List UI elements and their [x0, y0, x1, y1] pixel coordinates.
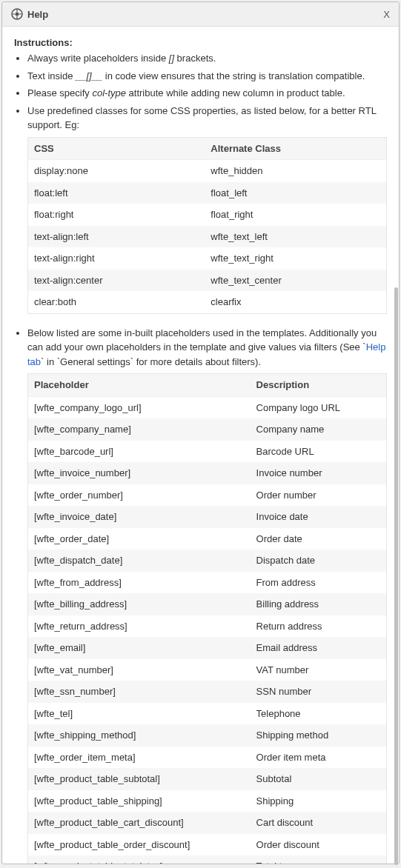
placeholder-cell: [wfte_order_item_meta]	[28, 747, 251, 769]
placeholder-cell: [wfte_tel]	[28, 703, 251, 725]
description-cell: Order discount	[251, 834, 387, 856]
em: __[]__	[76, 70, 102, 81]
em: col-type	[92, 87, 126, 99]
instruction-item: Always write placeholders inside [] brac…	[27, 51, 387, 66]
table-row: [wfte_shipping_method]Shipping method	[28, 724, 387, 747]
alt-class-cell: clearfix	[205, 291, 386, 313]
col-header-description: Description	[251, 374, 387, 397]
description-cell: Order item meta	[251, 747, 387, 769]
table-row: [wfte_dispatch_date]Dispatch date	[28, 550, 387, 572]
placeholder-cell: [wfte_product_table_order_discount]	[28, 834, 251, 856]
em: []	[169, 53, 174, 64]
table-row: [wfte_product_table_cart_discount]Cart d…	[28, 812, 387, 834]
description-cell: Barcode URL	[251, 441, 387, 463]
dialog-content: Instructions: Always write placeholders …	[2, 27, 399, 864]
description-cell: Cart discount	[251, 812, 387, 834]
table-row: float:leftfloat_left	[28, 182, 387, 204]
placeholder-cell: [wfte_product_table_total_tax]	[28, 855, 251, 864]
css-cell: text-align:center	[28, 270, 205, 292]
text: Use predefined classes for some CSS prop…	[27, 105, 376, 131]
description-cell: Invoice date	[251, 506, 387, 528]
table-row: [wfte_order_date]Order date	[28, 528, 387, 550]
description-cell: Email address	[251, 637, 387, 659]
placeholders-section: Below listed are some in-built placehold…	[14, 326, 387, 864]
close-button[interactable]: X	[383, 9, 390, 20]
text: brackets.	[174, 53, 216, 64]
table-row: [wfte_from_address]From address	[28, 572, 387, 594]
table-row: [wfte_product_table_shipping]Shipping	[28, 790, 387, 812]
css-cell: float:left	[28, 182, 205, 204]
table-row: [wfte_vat_number]VAT number	[28, 659, 387, 681]
table-row: [wfte_order_number]Order number	[28, 484, 387, 507]
placeholder-cell: [wfte_product_table_shipping]	[28, 790, 251, 812]
table-row: [wfte_product_table_subtotal]Subtotal	[28, 768, 387, 790]
instructions-list: Always write placeholders inside [] brac…	[14, 51, 387, 314]
css-cell: text-align:left	[28, 226, 205, 248]
placeholder-cell: [wfte_email]	[28, 637, 251, 659]
text: attribute while adding new column in pro…	[126, 87, 345, 99]
table-row: [wfte_return_address]Return address	[28, 615, 387, 638]
description-cell: Order number	[251, 484, 387, 507]
text: Below listed are some in-built placehold…	[27, 327, 377, 353]
table-row: text-align:rightwfte_text_right	[28, 247, 387, 270]
help-icon	[11, 8, 23, 20]
placeholder-cell: [wfte_company_logo_url]	[28, 396, 251, 418]
placeholder-cell: [wfte_dispatch_date]	[28, 550, 251, 572]
css-classes-table: CSS Alternate Class display:nonewfte_hid…	[27, 137, 387, 314]
instructions-heading: Instructions:	[14, 37, 387, 48]
table-row: [wfte_billing_address]Billing address	[28, 593, 387, 615]
table-header-row: CSS Alternate Class	[28, 137, 387, 160]
table-row: [wfte_invoice_date]Invoice date	[28, 506, 387, 528]
table-row: [wfte_order_item_meta]Order item meta	[28, 747, 387, 769]
css-cell: float:right	[28, 204, 205, 226]
placeholder-cell: [wfte_from_address]	[28, 572, 251, 594]
table-row: [wfte_tel]Telephone	[28, 703, 387, 725]
placeholder-cell: [wfte_invoice_number]	[28, 462, 251, 484]
alt-class-cell: wfte_text_right	[205, 247, 386, 270]
description-cell: Total tax	[251, 855, 387, 864]
table-row: [wfte_product_table_total_tax]Total tax	[28, 855, 387, 864]
table-row: text-align:centerwfte_text_center	[28, 270, 387, 292]
placeholder-cell: [wfte_product_table_subtotal]	[28, 768, 251, 790]
description-cell: Telephone	[251, 703, 387, 725]
table-row: [wfte_ssn_number]SSN number	[28, 681, 387, 703]
placeholder-cell: [wfte_order_number]	[28, 484, 251, 507]
description-cell: Billing address	[251, 593, 387, 615]
table-row: display:nonewfte_hidden	[28, 160, 387, 182]
placeholder-cell: [wfte_vat_number]	[28, 659, 251, 681]
placeholders-table: Placeholder Description [wfte_company_lo…	[27, 373, 387, 864]
table-row: float:rightfloat_right	[28, 204, 387, 226]
placeholder-cell: [wfte_product_table_cart_discount]	[28, 812, 251, 834]
table-row: [wfte_invoice_number]Invoice number	[28, 462, 387, 484]
placeholder-cell: [wfte_company_name]	[28, 418, 251, 441]
table-header-row: Placeholder Description	[28, 374, 387, 397]
description-cell: Shipping	[251, 790, 387, 812]
description-cell: Company name	[251, 418, 387, 441]
col-header-alt: Alternate Class	[205, 137, 386, 160]
table-row: [wfte_email]Email address	[28, 637, 387, 659]
col-header-placeholder: Placeholder	[28, 374, 251, 397]
description-cell: From address	[251, 572, 387, 594]
table-row: [wfte_barcode_url]Barcode URL	[28, 441, 387, 463]
alt-class-cell: wfte_hidden	[205, 160, 386, 182]
text: ` in `General settings` for more details…	[41, 356, 261, 367]
placeholder-cell: [wfte_order_date]	[28, 528, 251, 550]
placeholder-cell: [wfte_barcode_url]	[28, 441, 251, 463]
description-cell: Shipping method	[251, 724, 387, 747]
alt-class-cell: wfte_text_center	[205, 270, 386, 292]
placeholder-cell: [wfte_shipping_method]	[28, 724, 251, 747]
description-cell: Company logo URL	[251, 396, 387, 418]
scrollbar-thumb[interactable]	[394, 287, 398, 865]
instruction-item: Text inside __[]__ in code view ensures …	[27, 69, 387, 84]
text: Please specify	[27, 87, 92, 99]
description-cell: Return address	[251, 615, 387, 638]
instruction-item: Use predefined classes for some CSS prop…	[27, 104, 387, 314]
titlebar: Help X	[2, 2, 399, 27]
description-cell: Order date	[251, 528, 387, 550]
description-cell: Invoice number	[251, 462, 387, 484]
text: in code view ensures that the string is …	[102, 70, 365, 81]
help-dialog: Help X Instructions: Always write placeh…	[1, 1, 400, 864]
placeholder-cell: [wfte_invoice_date]	[28, 506, 251, 528]
svg-point-1	[16, 13, 19, 16]
css-cell: clear:both	[28, 291, 205, 313]
